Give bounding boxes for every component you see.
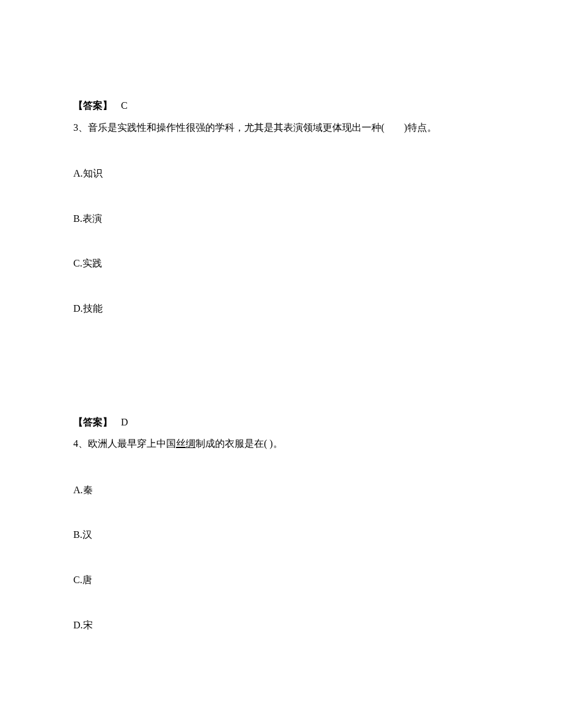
- answer-value: C: [121, 100, 128, 111]
- answer-label: 【答案】: [73, 100, 112, 111]
- answer-label: 【答案】: [73, 417, 112, 427]
- question-text-part1: 欧洲人最早穿上中国: [88, 438, 176, 449]
- option-a: A.知识: [73, 166, 489, 182]
- question-link-text: 丝绸: [176, 438, 195, 449]
- question-number: 4、: [73, 438, 88, 449]
- question-text-part2: )特点。: [404, 122, 436, 133]
- question-blank: [384, 122, 404, 133]
- answer-value: D: [121, 417, 128, 427]
- answer-block-3: 【答案】 D: [73, 414, 489, 430]
- question-4: 4、欧洲人最早穿上中国丝绸制成的衣服是在( )。: [73, 436, 489, 452]
- option-d: D.宋: [73, 617, 489, 633]
- question-text-part1: 音乐是实践性和操作性很强的学科，尤其是其表演领域更体现出一种(: [88, 122, 384, 133]
- question-number: 3、: [73, 122, 88, 133]
- option-c: C.实践: [73, 256, 489, 271]
- question-text-part2: 制成的衣服是在( )。: [195, 438, 283, 449]
- answer-block-2: 【答案】 C: [73, 98, 489, 114]
- option-b: B.汉: [73, 527, 489, 543]
- option-d: D.技能: [73, 301, 489, 317]
- option-b: B.表演: [73, 211, 489, 227]
- option-a: A.秦: [73, 482, 489, 498]
- option-c: C.唐: [73, 572, 489, 588]
- question-3: 3、音乐是实践性和操作性很强的学科，尤其是其表演领域更体现出一种( )特点。: [73, 120, 489, 136]
